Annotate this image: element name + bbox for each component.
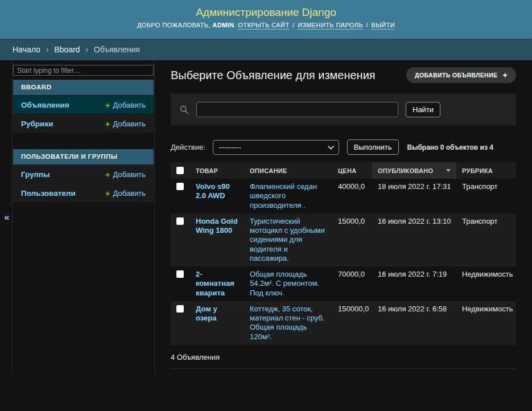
nav-model-link[interactable]: Группы [21, 170, 50, 179]
row-checkbox[interactable] [176, 305, 184, 313]
table-header-row: ТОВАР ОПИСАНИЕ ЦЕНА ОПУБЛИКОВАНО РУБРИКА [171, 162, 516, 179]
breadcrumb-separator: › [85, 45, 88, 54]
search-icon [180, 105, 189, 114]
nav-model-link[interactable]: Рубрики [21, 120, 53, 128]
change-password-link[interactable]: ИЗМЕНИТЬ ПАРОЛЬ [298, 22, 363, 28]
link-separator: / [292, 22, 294, 28]
breadcrumb-app-link[interactable]: Bboard [54, 45, 80, 54]
logout-link[interactable]: ВЫЙТИ [371, 22, 395, 28]
action-select[interactable]: --------- [213, 140, 339, 155]
rubric-cell: Недвижимость [456, 301, 516, 345]
plus-icon: + [105, 101, 110, 109]
price-cell: 15000,0 [332, 213, 372, 266]
nav-model-link[interactable]: Пользователи [21, 189, 76, 198]
nav-sidebar: BBOARD Объявления +Добавить Рубрики +Доб… [12, 60, 155, 374]
price-cell: 150000,0 [332, 301, 372, 345]
rubric-cell: Недвижимость [456, 266, 516, 301]
add-rubric-link[interactable]: +Добавить [105, 120, 146, 128]
plus-icon: + [105, 170, 110, 179]
published-cell: 16 июля 2022 г. 13:10 [372, 213, 456, 266]
run-action-button[interactable]: Выполнить [347, 139, 399, 155]
description-link[interactable]: Флагменский седан шведского производител… [250, 182, 317, 209]
description-link[interactable]: Туристический мотоцикл с удобными сидени… [250, 217, 325, 262]
column-header-description[interactable]: ОПИСАНИЕ [244, 162, 332, 179]
add-object-button[interactable]: ДОБАВИТЬ ОБЪЯВЛЕНИЕ + [406, 67, 516, 83]
product-link[interactable]: Honda Gold Wing 1800 [196, 217, 238, 235]
published-cell: 18 июля 2022 г. 17:31 [372, 179, 456, 213]
column-header-published[interactable]: ОПУБЛИКОВАНО [372, 162, 456, 179]
user-tools: ДОБРО ПОЖАЛОВАТЬ, ADMIN. ОТКРЫТЬ САЙТ / … [0, 22, 532, 28]
sidebar-item-ads[interactable]: Объявления +Добавить [13, 95, 154, 114]
add-group-link[interactable]: +Добавить [105, 170, 146, 179]
search-panel: Найти [171, 93, 516, 126]
username: ADMIN [212, 22, 234, 28]
sidebar-collapse-icon[interactable]: « [2, 211, 12, 224]
nav-section-title: ПОЛЬЗОВАТЕЛИ И ГРУППЫ [13, 149, 154, 165]
page-title: Выберите Объявление для изменения [171, 69, 376, 82]
product-link[interactable]: 2-комнатная кварита [196, 270, 234, 297]
rubric-cell: Транспорт [456, 213, 516, 266]
description-link[interactable]: Коттедж, 35 соток, материал стен - сруб.… [250, 305, 324, 341]
breadcrumb-separator: › [46, 45, 49, 54]
row-checkbox[interactable] [176, 270, 184, 278]
published-cell: 16 июля 2022 г. 6:58 [372, 301, 456, 345]
plus-icon: + [502, 72, 508, 78]
welcome-text: ДОБРО ПОЖАЛОВАТЬ, [137, 22, 211, 28]
content-bottom-divider [171, 368, 516, 369]
add-ad-link[interactable]: +Добавить [105, 101, 146, 109]
nav-model-link[interactable]: Объявления [21, 101, 69, 109]
breadcrumb: Начало › Bboard › Объявления [0, 39, 532, 60]
sidebar-item-rubrics[interactable]: Рубрики +Добавить [13, 114, 154, 133]
breadcrumb-home-link[interactable]: Начало [13, 45, 40, 54]
product-link[interactable]: Дом у озера [196, 305, 217, 322]
search-submit-button[interactable]: Найти [406, 102, 440, 117]
breadcrumb-current: Объявления [94, 45, 140, 54]
plus-icon: + [105, 189, 110, 198]
search-input[interactable] [196, 102, 398, 117]
table-row: Дом у озера Коттедж, 35 соток, материал … [171, 301, 516, 345]
add-user-link[interactable]: +Добавить [105, 189, 146, 198]
app-header: Администрирование Django ДОБРО ПОЖАЛОВАТ… [0, 0, 532, 39]
table-row: Volvo s90 2.0 AWD Флагменский седан швед… [171, 179, 516, 213]
sidebar-item-users[interactable]: Пользователи +Добавить [13, 183, 154, 202]
plus-icon: + [105, 120, 110, 128]
table-row: 2-комнатная кварита Общая площадь 54.2м²… [171, 266, 516, 301]
column-header-product[interactable]: ТОВАР [190, 162, 244, 179]
nav-section-title: BBOARD [13, 80, 154, 95]
product-link[interactable]: Volvo s90 2.0 AWD [196, 182, 230, 200]
welcome-dot: . [234, 22, 236, 28]
sidebar-filter-input[interactable] [13, 65, 154, 76]
link-separator: / [366, 22, 368, 28]
description-link[interactable]: Общая площадь 54.2м². С ремонтом. Под кл… [250, 270, 319, 297]
rubric-cell: Транспорт [456, 179, 516, 213]
sort-descending-icon[interactable] [446, 169, 451, 172]
nav-module-auth: ПОЛЬЗОВАТЕЛИ И ГРУППЫ Группы +Добавить П… [13, 149, 154, 202]
published-cell: 16 июля 2022 г. 7:19 [372, 266, 456, 301]
nav-module-bboard: BBOARD Объявления +Добавить Рубрики +Доб… [13, 80, 154, 133]
view-site-link[interactable]: ОТКРЫТЬ САЙТ [238, 22, 289, 28]
select-all-checkbox[interactable] [176, 167, 184, 174]
changelist-table: ТОВАР ОПИСАНИЕ ЦЕНА ОПУБЛИКОВАНО РУБРИКА… [171, 162, 516, 345]
content-area: Выберите Объявление для изменения ДОБАВИ… [171, 60, 516, 369]
row-checkbox[interactable] [176, 183, 184, 190]
row-checkbox[interactable] [176, 217, 184, 225]
price-cell: 40000,0 [332, 179, 372, 213]
table-row: Honda Gold Wing 1800 Туристический мотоц… [171, 213, 516, 266]
sidebar-item-groups[interactable]: Группы +Добавить [13, 165, 154, 183]
selection-counter: Выбрано 0 объектов из 4 [407, 143, 493, 151]
price-cell: 70000,0 [332, 266, 372, 301]
action-label: Действие: [171, 143, 205, 151]
column-header-price[interactable]: ЦЕНА [332, 162, 372, 179]
actions-bar: Действие: --------- Выполнить Выбрано 0 … [171, 139, 516, 155]
object-count: 4 Объявления [171, 353, 516, 361]
site-title-link[interactable]: Администрирование Django [196, 6, 336, 19]
column-header-rubric[interactable]: РУБРИКА [456, 162, 516, 179]
